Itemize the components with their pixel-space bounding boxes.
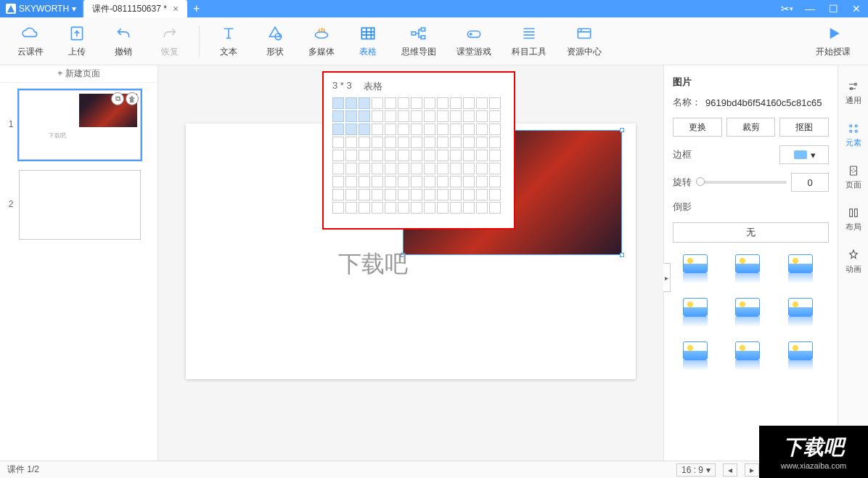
table-grid-cell[interactable] (437, 150, 449, 161)
table-grid-cell[interactable] (450, 163, 462, 174)
table-grid-cell[interactable] (476, 137, 488, 148)
table-grid-cell[interactable] (359, 97, 370, 109)
table-grid-cell[interactable] (411, 189, 422, 200)
table-grid-cell[interactable] (345, 189, 357, 200)
reflect-preset[interactable] (735, 341, 764, 370)
canvas-text[interactable]: 下载吧 (338, 248, 408, 280)
table-grid-cell[interactable] (411, 123, 422, 135)
table-grid-cell[interactable] (463, 163, 475, 174)
slide-thumbnail-2[interactable]: 2 (0, 163, 157, 243)
reflect-preset[interactable] (735, 254, 764, 283)
new-tab-button[interactable]: + (187, 2, 205, 15)
table-grid-cell[interactable] (332, 163, 344, 174)
table-grid-cell[interactable] (437, 137, 449, 148)
resource-button[interactable]: 资源中心 (557, 21, 612, 62)
table-grid-cell[interactable] (450, 202, 462, 214)
close-window-button[interactable]: ✕ (845, 0, 868, 17)
table-grid-cell[interactable] (424, 137, 435, 148)
table-grid-cell[interactable] (463, 150, 475, 161)
table-grid-cell[interactable] (424, 163, 435, 174)
table-grid-cell[interactable] (489, 123, 501, 135)
reflect-preset[interactable] (788, 341, 817, 370)
panel-toggle[interactable]: ▸ (663, 263, 671, 292)
rail-general[interactable]: 通用 (846, 80, 861, 106)
cloud-courseware-button[interactable]: 云课件 (7, 21, 54, 62)
table-grid-cell[interactable] (437, 163, 449, 174)
table-grid-cell[interactable] (398, 176, 409, 187)
table-grid-cell[interactable] (476, 123, 488, 135)
table-grid-cell[interactable] (411, 202, 422, 214)
table-grid-cell[interactable] (450, 123, 462, 135)
table-grid-cell[interactable] (437, 123, 449, 135)
table-grid-cell[interactable] (424, 202, 435, 214)
table-grid-cell[interactable] (489, 110, 501, 122)
start-lecture-button[interactable]: 开始授课 (806, 21, 861, 62)
resize-handle[interactable] (620, 253, 624, 257)
table-grid-cell[interactable] (398, 202, 409, 214)
table-grid-cell[interactable] (463, 189, 475, 200)
text-button[interactable]: 文本 (205, 21, 252, 62)
undo-button[interactable]: 撤销 (100, 21, 147, 62)
table-grid-cell[interactable] (345, 97, 357, 109)
table-grid-cell[interactable] (332, 202, 344, 214)
table-grid-cell[interactable] (385, 189, 396, 200)
table-grid-cell[interactable] (476, 97, 488, 109)
table-grid-cell[interactable] (463, 123, 475, 135)
table-grid-cell[interactable] (476, 176, 488, 187)
table-grid-cell[interactable] (424, 110, 435, 122)
brand-menu[interactable]: SKYWORTH ▾ (0, 0, 82, 17)
table-grid-cell[interactable] (424, 176, 435, 187)
document-tab[interactable]: 课件-0811150637 * × (83, 0, 187, 17)
media-button[interactable]: 多媒体 (298, 21, 345, 62)
table-grid-cell[interactable] (332, 97, 344, 109)
table-grid-cell[interactable] (411, 176, 422, 187)
table-grid-cell[interactable] (489, 150, 501, 161)
table-grid-cell[interactable] (411, 137, 422, 148)
table-size-grid[interactable] (332, 97, 505, 214)
table-grid-cell[interactable] (372, 189, 383, 200)
reflect-preset[interactable] (683, 341, 712, 370)
reflect-preset[interactable] (788, 254, 817, 283)
table-grid-cell[interactable] (463, 202, 475, 214)
table-grid-cell[interactable] (450, 176, 462, 187)
table-grid-cell[interactable] (385, 202, 396, 214)
table-grid-cell[interactable] (450, 150, 462, 161)
rotate-slider[interactable] (696, 181, 787, 184)
table-grid-cell[interactable] (345, 150, 357, 161)
table-grid-cell[interactable] (385, 97, 396, 109)
table-grid-cell[interactable] (372, 123, 383, 135)
table-grid-cell[interactable] (359, 163, 370, 174)
table-grid-cell[interactable] (332, 137, 344, 148)
scissors-button[interactable]: ✂▾ (775, 0, 798, 17)
table-grid-cell[interactable] (345, 176, 357, 187)
rail-layout[interactable]: 布局 (846, 206, 861, 232)
table-grid-cell[interactable] (372, 137, 383, 148)
prev-slide-button[interactable]: ◂ (723, 463, 737, 477)
upload-button[interactable]: 上传 (54, 21, 100, 62)
table-grid-cell[interactable] (385, 176, 396, 187)
new-page-button[interactable]: + 新建页面 (0, 65, 157, 83)
copy-slide-button[interactable]: ⧉ (111, 92, 124, 105)
table-grid-cell[interactable] (372, 176, 383, 187)
table-grid-cell[interactable] (398, 163, 409, 174)
table-grid-cell[interactable] (332, 123, 344, 135)
aspect-ratio-select[interactable]: 16 : 9 ▾ (676, 463, 716, 477)
shape-button[interactable]: 形状 (252, 21, 298, 62)
rotate-value[interactable]: 0 (791, 173, 829, 192)
table-grid-cell[interactable] (437, 176, 449, 187)
table-grid-cell[interactable] (411, 150, 422, 161)
table-grid-cell[interactable] (385, 123, 396, 135)
table-grid-cell[interactable] (489, 176, 501, 187)
table-grid-cell[interactable] (424, 97, 435, 109)
redo-button[interactable]: 恢复 (147, 21, 193, 62)
table-grid-cell[interactable] (489, 97, 501, 109)
table-grid-cell[interactable] (345, 137, 357, 148)
table-grid-cell[interactable] (398, 110, 409, 122)
table-grid-cell[interactable] (450, 189, 462, 200)
table-grid-cell[interactable] (450, 97, 462, 109)
mindmap-button[interactable]: 思维导图 (391, 21, 446, 62)
table-grid-cell[interactable] (437, 202, 449, 214)
maximize-button[interactable]: ☐ (822, 0, 845, 17)
reflect-preset[interactable] (683, 254, 712, 283)
table-grid-cell[interactable] (359, 176, 370, 187)
